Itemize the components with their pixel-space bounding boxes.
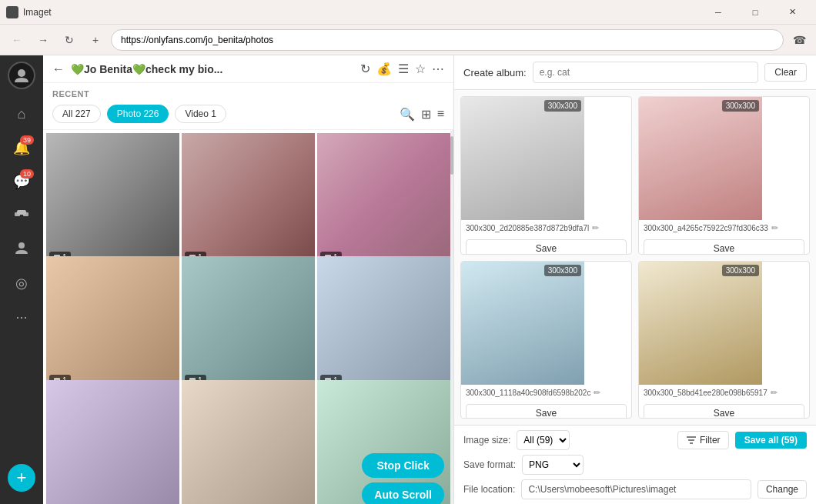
image-size-label-4: 300x300 (722, 265, 759, 276)
gallery-info-1: 300x300_2d20885e387d872b9dfa7l ✏ (461, 220, 631, 236)
format-select[interactable]: PNG JPG WEBP (522, 455, 584, 475)
sidebar: ⌂ 🔔 39 💬 10 ◎ ··· + (0, 55, 43, 504)
gallery-info-4: 300x300_58bd41ee280e098b65917 ✏ (639, 385, 809, 401)
new-tab-button[interactable]: + (85, 29, 106, 51)
image-size-label-2: 300x300 (722, 100, 759, 112)
save-button-4[interactable]: Save (644, 404, 804, 419)
right-gallery: 300x300 300x300_2d20885e387d872b9dfa7l ✏… (454, 90, 816, 425)
sidebar-item-groups[interactable] (6, 200, 37, 231)
search-button[interactable]: 🔍 (400, 107, 415, 122)
filename-1: 300x300_2d20885e387d872b9dfa7l ✏ (466, 223, 627, 233)
clear-button[interactable]: Clear (764, 63, 807, 82)
save-all-button[interactable]: Save all (59) (735, 432, 807, 449)
titlebar: Imaget ─ □ ✕ (0, 0, 816, 25)
filter-icon (686, 435, 697, 446)
tab-all[interactable]: All 227 (52, 105, 101, 123)
star-icon-button[interactable]: ☆ (415, 62, 426, 76)
grid-view-button[interactable]: ⊞ (421, 107, 431, 122)
file-location-row: File location: Change (463, 479, 807, 499)
sidebar-item-messages[interactable]: 💬 10 (6, 166, 37, 197)
save-format-label: Save format: (463, 459, 516, 470)
grid-item[interactable]: 1 (46, 133, 179, 266)
maximize-button[interactable]: □ (737, 0, 773, 25)
file-location-input[interactable] (521, 479, 751, 499)
bottom-bar: Image size: All (59) Filter Save all (59… (454, 425, 816, 504)
sidebar-item-notifications[interactable]: 🔔 39 (6, 132, 37, 163)
svg-point-0 (18, 69, 25, 77)
image-size-label-1: 300x300 (544, 100, 581, 112)
sidebar-item-profile[interactable] (6, 234, 37, 265)
content-header: ← 💚Jo Benita💚check my bio... ↻ 💰 ☰ ☆ ⋯ (43, 55, 453, 83)
minimize-button[interactable]: ─ (701, 0, 736, 25)
tab-photo[interactable]: Photo 226 (107, 105, 169, 123)
add-button[interactable]: + (8, 464, 35, 492)
svg-point-4 (18, 242, 25, 249)
refresh-icon-button[interactable]: ↻ (360, 62, 370, 76)
more-icon: ··· (15, 309, 27, 325)
notification-badge: 39 (20, 135, 34, 145)
right-panel: Create album: Clear 300x300 300x300_2d20… (454, 55, 816, 504)
close-button[interactable]: ✕ (774, 0, 810, 25)
gallery-image-1: 300x300 (461, 97, 584, 220)
grid-item[interactable] (182, 380, 315, 504)
album-label: Create album: (463, 67, 527, 78)
grid-item[interactable]: 1 (317, 256, 450, 389)
grid-item[interactable]: 1 (182, 256, 315, 389)
sidebar-item-more[interactable]: ··· (6, 302, 37, 332)
grid-item[interactable]: 1 (317, 133, 450, 266)
sidebar-item-home[interactable]: ⌂ (6, 98, 37, 129)
sort-button[interactable]: ≡ (437, 107, 444, 122)
svg-rect-3 (17, 210, 26, 215)
image-size-select[interactable]: All (59) (517, 430, 570, 450)
filter-section: RECENT All 227 Photo 226 Video 1 🔍 ⊞ ≡ (43, 83, 453, 130)
filter-button[interactable]: Filter (677, 431, 729, 449)
avatar (8, 62, 35, 89)
url-input[interactable] (111, 29, 784, 51)
image-size-label: Image size: (463, 435, 510, 446)
app-title: Imaget (23, 7, 52, 18)
grid-item[interactable]: 1 (182, 133, 315, 266)
more-options-button[interactable]: ⋯ (432, 62, 444, 76)
album-input[interactable] (533, 62, 759, 83)
image-size-row: Image size: All (59) Filter Save all (59… (463, 430, 807, 450)
scrollbar-track (450, 130, 453, 504)
back-button[interactable]: ← (6, 29, 28, 51)
save-button-2[interactable]: Save (644, 239, 804, 255)
main-area: ⌂ 🔔 39 💬 10 ◎ ··· + ← (0, 55, 816, 504)
coin-icon-button[interactable]: 💰 (376, 62, 392, 76)
change-button[interactable]: Change (757, 480, 807, 499)
save-button-3[interactable]: Save (466, 404, 627, 419)
grid-item[interactable]: Stop Click Auto Scroll (317, 380, 450, 504)
edit-icon-1: ✏ (592, 223, 599, 233)
gallery-image-3: 300x300 (461, 262, 584, 385)
app-icon (6, 6, 18, 18)
scrollbar-thumb (450, 136, 453, 175)
sidebar-item-target[interactable]: ◎ (6, 268, 37, 299)
save-format-row: Save format: PNG JPG WEBP (463, 455, 807, 475)
content-panel: ← 💚Jo Benita💚check my bio... ↻ 💰 ☰ ☆ ⋯ R… (43, 55, 454, 504)
save-button-1[interactable]: Save (466, 239, 627, 255)
edit-icon-2: ✏ (771, 223, 778, 233)
forward-button[interactable]: → (32, 29, 54, 51)
grid-item[interactable]: 1 (46, 256, 179, 389)
content-back-button[interactable]: ← (52, 62, 65, 76)
gallery-item: 300x300 300x300_a4265c75922c97fd306c33 ✏… (638, 96, 810, 255)
album-bar: Create album: Clear (454, 55, 816, 90)
gallery-item: 300x300 300x300_2d20885e387d872b9dfa7l ✏… (460, 96, 632, 255)
file-location-label: File location: (463, 484, 515, 495)
filename-3: 300x300_1118a40c908fd6598b202c ✏ (466, 388, 627, 398)
grid-item[interactable] (46, 380, 179, 504)
message-badge: 10 (20, 169, 34, 179)
refresh-button[interactable]: ↻ (59, 29, 80, 51)
list-icon-button[interactable]: ☰ (398, 62, 409, 76)
auto-scroll-button[interactable]: Auto Scroll (362, 482, 444, 504)
home-icon: ⌂ (18, 106, 26, 122)
titlebar-left: Imaget (6, 6, 52, 18)
stop-click-button[interactable]: Stop Click (362, 453, 444, 478)
filename-4: 300x300_58bd41ee280e098b65917 ✏ (644, 388, 804, 398)
filename-2: 300x300_a4265c75922c97fd306c33 ✏ (644, 223, 804, 233)
filter-actions: 🔍 ⊞ ≡ (400, 107, 444, 122)
edit-icon-4: ✏ (771, 388, 778, 398)
bookmark-button[interactable]: ☎ (788, 29, 810, 51)
tab-video[interactable]: Video 1 (175, 105, 226, 123)
